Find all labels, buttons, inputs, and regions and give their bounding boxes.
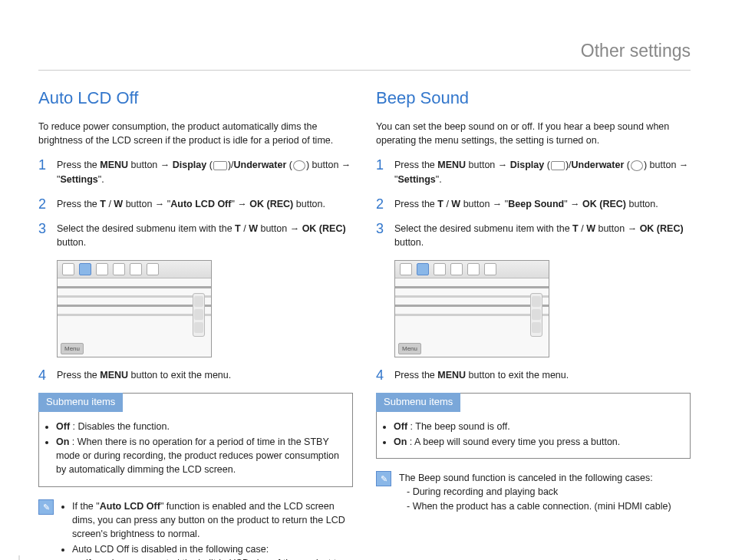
page-header: Other settings [38, 38, 691, 71]
step-3: 3 Select the desired submenu item with t… [38, 222, 353, 249]
step-body: Press the T / W button "Auto LCD Off" OK… [57, 197, 353, 211]
step-body: Press the MENU button to exit the menu. [394, 368, 691, 382]
page-number: 60 [3, 555, 20, 560]
tab-icon [467, 263, 480, 275]
note-block-left: ✎ If the "Auto LCD Off" function is enab… [38, 499, 353, 560]
menu-button-icon: Menu [61, 343, 84, 355]
intro-beep-sound: You can set the beep sound on or off. If… [376, 120, 691, 147]
step-body: Press the MENU button Display ()/Underwa… [57, 158, 353, 186]
step-number: 3 [38, 222, 49, 236]
lcd-screenshot-right: Menu [394, 260, 549, 357]
section-title-beep-sound: Beep Sound [376, 86, 691, 110]
content-columns: Auto LCD Off To reduce power consumption… [38, 86, 691, 560]
tab-icon [62, 263, 74, 275]
tab-icon [400, 263, 412, 275]
tab-icon [130, 263, 142, 275]
scroll-icon [530, 293, 542, 337]
note-icon: ✎ [376, 471, 391, 486]
note-text: The Beep sound function is canceled in t… [399, 471, 691, 485]
display-icon [551, 161, 565, 170]
steps-auto-lcd-off: 1 Press the MENU button Display ()/Under… [38, 158, 353, 249]
note-item: Auto LCD Off is disabled in the followin… [72, 542, 353, 560]
note-item: If the "Auto LCD Off" function is enable… [72, 499, 353, 541]
step-3: 3 Select the desired submenu item with t… [376, 222, 691, 249]
note-block-right: ✎ The Beep sound function is canceled in… [376, 471, 691, 512]
step-2: 2 Press the T / W button "Beep Sound" OK… [376, 197, 691, 211]
note-text: - During recording and playing back [399, 485, 691, 499]
lcd-screenshot-left: Menu [57, 260, 212, 357]
tab-icon [147, 263, 159, 275]
step-number: 1 [38, 158, 49, 172]
note-text: - When the product has a cable connectio… [399, 499, 691, 513]
intro-auto-lcd-off: To reduce power consumption, the product… [38, 120, 353, 147]
menu-button-icon: Menu [398, 343, 421, 355]
step-2: 2 Press the T / W button "Auto LCD Off" … [38, 197, 353, 211]
submenu-box-right: Submenu items Off : The beep sound is of… [376, 393, 691, 459]
column-beep-sound: Beep Sound You can set the beep sound on… [376, 86, 691, 560]
step-number: 3 [376, 222, 387, 236]
step-number: 2 [376, 197, 387, 211]
submenu-box-left: Submenu items Off : Disables the functio… [38, 393, 353, 486]
submenu-title: Submenu items [376, 393, 460, 412]
display-icon [213, 161, 227, 170]
section-title-auto-lcd-off: Auto LCD Off [38, 86, 353, 110]
step-4: 4 Press the MENU button to exit the menu… [38, 368, 353, 382]
step-body: Select the desired submenu item with the… [394, 222, 691, 249]
tab-icon [434, 263, 446, 275]
step-body: Press the MENU button to exit the menu. [57, 368, 353, 382]
tab-icon-active [417, 263, 429, 275]
underwater-icon [293, 160, 305, 171]
submenu-title: Submenu items [38, 393, 123, 412]
step-number: 1 [376, 158, 387, 172]
submenu-item-off: Off : The beep sound is off. [394, 420, 679, 433]
submenu-item-on: On : A beep will sound every time you pr… [394, 435, 679, 449]
column-auto-lcd-off: Auto LCD Off To reduce power consumption… [38, 86, 353, 560]
submenu-item-off: Off : Disables the function. [56, 420, 341, 433]
steps-beep-sound-cont: 4 Press the MENU button to exit the menu… [376, 368, 691, 382]
tab-icon-active [79, 263, 91, 275]
step-1: 1 Press the MENU button Display ()/Under… [38, 158, 353, 186]
steps-auto-lcd-off-cont: 4 Press the MENU button to exit the menu… [38, 368, 353, 382]
scroll-icon [193, 293, 205, 337]
step-body: Select the desired submenu item with the… [57, 222, 353, 249]
step-number: 2 [38, 197, 49, 211]
submenu-item-on: On : When there is no operation for a pe… [56, 435, 341, 476]
tab-icon [113, 263, 125, 275]
underwater-icon [631, 160, 643, 171]
tab-icon [484, 263, 496, 275]
step-body: Press the T / W button "Beep Sound" OK (… [394, 197, 691, 211]
steps-beep-sound: 1 Press the MENU button Display ()/Under… [376, 158, 691, 249]
step-number: 4 [376, 368, 387, 382]
tab-icon [96, 263, 108, 275]
note-icon: ✎ [38, 499, 54, 515]
tab-icon [450, 263, 463, 275]
step-4: 4 Press the MENU button to exit the menu… [376, 368, 691, 382]
step-number: 4 [38, 368, 49, 382]
step-body: Press the MENU button Display ()/Underwa… [394, 158, 691, 186]
step-1: 1 Press the MENU button Display ()/Under… [376, 158, 691, 186]
